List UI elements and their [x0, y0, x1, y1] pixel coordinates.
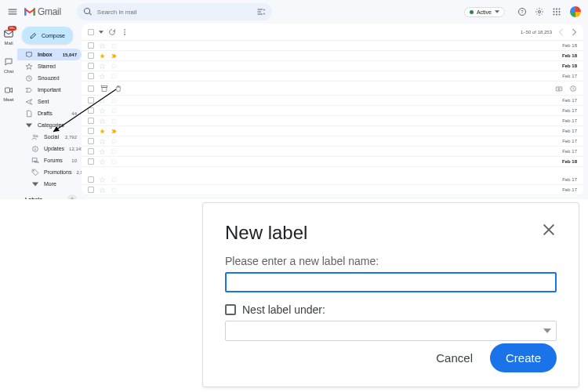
- message-row[interactable]: Feb 17: [82, 126, 583, 136]
- message-row[interactable]: How-To GeekSteam Link for Quest Made Me …: [82, 195, 583, 196]
- cancel-button[interactable]: Cancel: [433, 345, 476, 371]
- important-marker-icon[interactable]: [111, 107, 118, 114]
- message-row[interactable]: Feb 18: [82, 41, 583, 51]
- important-marker-icon[interactable]: [111, 97, 118, 104]
- important-marker-icon[interactable]: [111, 148, 118, 155]
- sidebar-item-social[interactable]: Social2,792: [17, 131, 82, 143]
- row-checkbox[interactable]: [88, 176, 94, 183]
- star-icon[interactable]: [99, 158, 106, 165]
- row-checkbox[interactable]: [88, 85, 94, 92]
- parent-label-select[interactable]: [225, 321, 557, 341]
- more-vert-icon[interactable]: [121, 28, 129, 36]
- row-checkbox[interactable]: [88, 42, 94, 49]
- star-icon[interactable]: [99, 42, 106, 49]
- rail-item-mail[interactable]: 99+ Mail: [3, 28, 14, 45]
- trash-icon[interactable]: [114, 85, 122, 93]
- select-all-checkbox[interactable]: [88, 29, 94, 35]
- message-row[interactable]: Feb 17: [82, 147, 583, 157]
- sidebar-item-starred[interactable]: Starred: [17, 60, 82, 72]
- sidebar-item-updates[interactable]: Updates12,143: [17, 143, 82, 154]
- search-options-icon[interactable]: [256, 7, 266, 16]
- chevron-left-icon[interactable]: [558, 29, 564, 35]
- important-marker-icon[interactable]: [111, 63, 118, 70]
- sidebar-item-snoozed[interactable]: Snoozed: [17, 72, 82, 84]
- row-checkbox[interactable]: [88, 73, 94, 79]
- status-chip[interactable]: Active: [464, 7, 505, 17]
- star-icon[interactable]: [99, 118, 106, 125]
- help-icon[interactable]: ?: [517, 7, 527, 16]
- sidebar-item-more[interactable]: More: [17, 178, 82, 190]
- sidebar-item-sent[interactable]: Sent: [17, 96, 82, 107]
- row-checkbox[interactable]: [88, 118, 94, 124]
- compose-button[interactable]: Compose: [22, 27, 73, 44]
- important-marker-icon[interactable]: [111, 176, 118, 183]
- add-label-button[interactable]: [67, 194, 77, 199]
- message-row[interactable]: Feb 17: [82, 175, 583, 185]
- row-checkbox[interactable]: [88, 148, 94, 154]
- star-icon[interactable]: [99, 176, 106, 183]
- sidebar-item-forums[interactable]: Forums10: [17, 154, 82, 166]
- search-input[interactable]: [97, 9, 252, 16]
- clock-icon[interactable]: [569, 85, 577, 93]
- important-marker-icon[interactable]: [111, 73, 118, 80]
- camera-icon[interactable]: [555, 85, 563, 93]
- rail-item-chat[interactable]: Chat: [3, 56, 14, 74]
- search-bar[interactable]: [77, 3, 272, 20]
- important-marker-icon[interactable]: [111, 118, 118, 125]
- important-marker-icon[interactable]: [111, 187, 118, 194]
- message-row[interactable]: Feb 17: [82, 96, 583, 106]
- account-avatar[interactable]: [569, 5, 582, 18]
- star-icon[interactable]: [99, 148, 106, 155]
- row-checkbox[interactable]: [88, 187, 94, 193]
- refresh-icon[interactable]: [108, 28, 116, 36]
- settings-gear-icon[interactable]: [535, 7, 544, 16]
- sidebar-item-important[interactable]: Important: [17, 84, 82, 96]
- star-icon[interactable]: [99, 63, 106, 70]
- star-icon[interactable]: [99, 128, 106, 135]
- message-row[interactable]: Feb 18: [82, 51, 583, 61]
- message-row[interactable]: Feb 18: [82, 61, 583, 71]
- star-icon[interactable]: [99, 97, 106, 104]
- message-row[interactable]: Feb 17: [82, 116, 583, 126]
- row-checkbox[interactable]: [88, 158, 94, 165]
- row-checkbox[interactable]: [88, 97, 94, 103]
- label-name-input[interactable]: [225, 272, 557, 292]
- sidebar-item-inbox[interactable]: Inbox15,047: [17, 49, 82, 60]
- row-checkbox[interactable]: [88, 107, 94, 114]
- important-marker-icon[interactable]: [111, 42, 118, 49]
- archive-icon[interactable]: [100, 85, 108, 93]
- apps-grid-icon[interactable]: [552, 7, 561, 16]
- star-icon[interactable]: [99, 53, 106, 60]
- row-checkbox[interactable]: [88, 128, 94, 134]
- sidebar-item-drafts[interactable]: Drafts44: [17, 107, 82, 119]
- important-marker-icon[interactable]: [111, 53, 118, 60]
- message-row[interactable]: Feb 17: [82, 106, 583, 116]
- svg-rect-23: [102, 87, 107, 91]
- star-icon[interactable]: [99, 187, 106, 194]
- row-checkbox[interactable]: [88, 53, 94, 59]
- star-icon[interactable]: [99, 107, 106, 114]
- create-button[interactable]: Create: [490, 343, 557, 372]
- nest-label-checkbox[interactable]: [225, 304, 236, 315]
- message-row[interactable]: Feb 18: [82, 157, 583, 167]
- important-marker-icon[interactable]: [111, 128, 118, 135]
- star-icon[interactable]: [99, 73, 106, 80]
- important-marker-icon[interactable]: [111, 138, 118, 145]
- dialog-close-button[interactable]: [541, 222, 557, 238]
- star-icon: [25, 63, 33, 71]
- sidebar-item-categories[interactable]: Categories: [17, 119, 82, 131]
- row-checkbox[interactable]: [88, 138, 94, 144]
- chevron-down-icon[interactable]: [99, 30, 103, 34]
- row-checkbox[interactable]: [88, 63, 94, 69]
- message-row[interactable]: Feb 17: [82, 185, 583, 195]
- important-marker-icon[interactable]: [111, 158, 118, 165]
- main-menu-button[interactable]: [6, 5, 19, 18]
- rail-item-meet[interactable]: Meet: [3, 85, 14, 102]
- gmail-logo[interactable]: Gmail: [24, 6, 61, 17]
- message-row[interactable]: Feb 17: [82, 136, 583, 147]
- star-icon[interactable]: [99, 138, 106, 145]
- sidebar-item-promotions[interactable]: Promotions2,921: [17, 166, 82, 178]
- chevron-right-icon[interactable]: [571, 29, 577, 35]
- more-icon: [31, 180, 39, 188]
- message-row[interactable]: Feb 17: [82, 71, 583, 82]
